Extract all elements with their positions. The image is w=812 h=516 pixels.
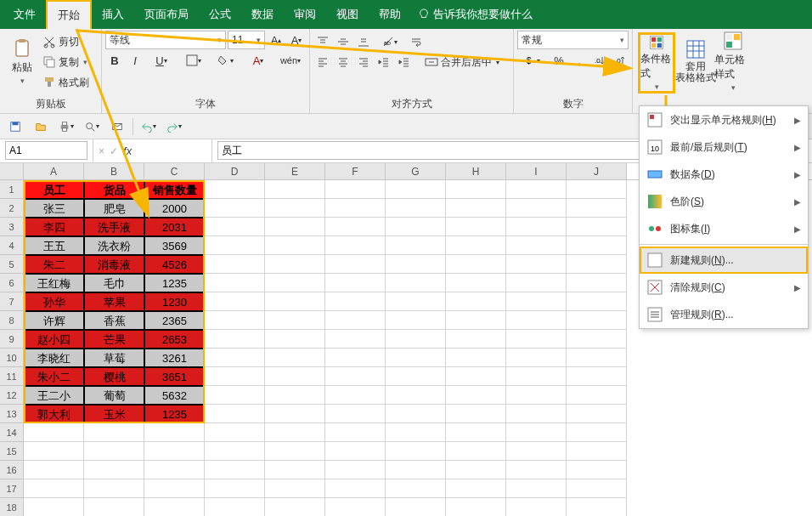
- cell-F16[interactable]: [325, 461, 386, 479]
- cell-F2[interactable]: [325, 199, 386, 218]
- row-header-3[interactable]: 3: [0, 218, 24, 236]
- cell-C16[interactable]: [144, 461, 205, 479]
- cell-H9[interactable]: [446, 330, 506, 349]
- cell-D11[interactable]: [205, 367, 265, 386]
- cell-D18[interactable]: [205, 498, 265, 516]
- cf-menu-item-4[interactable]: 图标集(I)▶: [640, 215, 808, 242]
- row-header-13[interactable]: 13: [0, 405, 24, 423]
- cell-G18[interactable]: [386, 498, 446, 516]
- cell-E13[interactable]: [265, 405, 325, 423]
- cell-H12[interactable]: [446, 386, 506, 405]
- cell-F5[interactable]: [325, 255, 386, 274]
- cell-H15[interactable]: [446, 442, 506, 461]
- row-header-9[interactable]: 9: [0, 330, 24, 349]
- row-header-8[interactable]: 8: [0, 311, 24, 330]
- cf-menu-item-5[interactable]: 新建规则(N)...: [640, 247, 808, 274]
- cell-C12[interactable]: 5632: [144, 386, 205, 405]
- paste-button[interactable]: 粘贴 ▾: [3, 31, 41, 92]
- qat-save-button[interactable]: [5, 116, 25, 137]
- indent-decrease-button[interactable]: [375, 53, 393, 71]
- cell-B18[interactable]: [84, 498, 144, 516]
- cell-E7[interactable]: [265, 292, 325, 311]
- cell-E2[interactable]: [265, 199, 325, 218]
- increase-font-button[interactable]: A▴: [267, 31, 285, 49]
- cell-A12[interactable]: 王二小: [24, 386, 84, 405]
- row-header-15[interactable]: 15: [0, 442, 24, 461]
- cell-G14[interactable]: [386, 423, 446, 442]
- row-header-17[interactable]: 17: [0, 479, 24, 498]
- cell-C17[interactable]: [144, 479, 205, 498]
- align-bottom-button[interactable]: [354, 32, 373, 51]
- cell-G7[interactable]: [386, 292, 446, 311]
- cell-D13[interactable]: [205, 405, 265, 423]
- cell-A3[interactable]: 李四: [24, 218, 84, 236]
- cell-I9[interactable]: [506, 330, 567, 349]
- cell-G11[interactable]: [386, 367, 446, 386]
- cell-G10[interactable]: [386, 349, 446, 367]
- cell-D3[interactable]: [205, 218, 265, 236]
- copy-button[interactable]: 复制▾: [41, 53, 91, 71]
- cell-A9[interactable]: 赵小四: [24, 330, 84, 349]
- col-header-A[interactable]: A: [24, 163, 84, 179]
- cell-B15[interactable]: [84, 442, 144, 461]
- cell-J10[interactable]: [567, 349, 627, 367]
- cell-F9[interactable]: [325, 330, 386, 349]
- merge-center-button[interactable]: 合并后居中▾: [415, 53, 509, 71]
- cell-C11[interactable]: 3651: [144, 367, 205, 386]
- cell-J12[interactable]: [567, 386, 627, 405]
- cell-H14[interactable]: [446, 423, 506, 442]
- cell-B8[interactable]: 香蕉: [84, 311, 144, 330]
- cell-C15[interactable]: [144, 442, 205, 461]
- cell-A14[interactable]: [24, 423, 84, 442]
- cell-C13[interactable]: 1235: [144, 405, 205, 423]
- cell-J16[interactable]: [567, 461, 627, 479]
- cell-G16[interactable]: [386, 461, 446, 479]
- qat-preview-button[interactable]: ▾: [82, 116, 102, 137]
- row-header-6[interactable]: 6: [0, 274, 24, 292]
- cf-menu-item-0[interactable]: 突出显示单元格规则(H)▶: [640, 106, 808, 133]
- cell-I17[interactable]: [506, 479, 567, 498]
- cell-E8[interactable]: [265, 311, 325, 330]
- cf-menu-item-3[interactable]: 色阶(S)▶: [640, 188, 808, 215]
- cell-E14[interactable]: [265, 423, 325, 442]
- cell-F11[interactable]: [325, 367, 386, 386]
- cell-H6[interactable]: [446, 274, 506, 292]
- cell-D1[interactable]: [205, 180, 265, 199]
- decrease-decimal-button[interactable]: .0: [611, 51, 629, 70]
- cell-J7[interactable]: [567, 292, 627, 311]
- cell-H7[interactable]: [446, 292, 506, 311]
- cell-H13[interactable]: [446, 405, 506, 423]
- cell-B4[interactable]: 洗衣粉: [84, 236, 144, 255]
- col-header-H[interactable]: H: [446, 163, 506, 179]
- decrease-font-button[interactable]: A▾: [287, 31, 306, 49]
- cell-E15[interactable]: [265, 442, 325, 461]
- bold-button[interactable]: B: [105, 51, 124, 70]
- cell-D16[interactable]: [205, 461, 265, 479]
- align-right-button[interactable]: [354, 53, 373, 71]
- cell-I16[interactable]: [506, 461, 567, 479]
- cell-H10[interactable]: [446, 349, 506, 367]
- cell-A6[interactable]: 王红梅: [24, 274, 84, 292]
- qat-open-button[interactable]: [31, 116, 51, 137]
- row-header-18[interactable]: 18: [0, 498, 24, 516]
- cell-E11[interactable]: [265, 367, 325, 386]
- cell-G4[interactable]: [386, 236, 446, 255]
- cell-A7[interactable]: 孙华: [24, 292, 84, 311]
- qat-print-button[interactable]: ▾: [56, 116, 76, 137]
- qat-mail-button[interactable]: [107, 116, 127, 137]
- cell-J4[interactable]: [567, 236, 627, 255]
- cell-J3[interactable]: [567, 218, 627, 236]
- indent-increase-button[interactable]: [395, 53, 414, 71]
- cell-E16[interactable]: [265, 461, 325, 479]
- row-header-14[interactable]: 14: [0, 423, 24, 442]
- cell-C4[interactable]: 3569: [144, 236, 205, 255]
- cell-B16[interactable]: [84, 461, 144, 479]
- cell-A5[interactable]: 朱二: [24, 255, 84, 274]
- cell-C14[interactable]: [144, 423, 205, 442]
- row-header-12[interactable]: 12: [0, 386, 24, 405]
- row-header-16[interactable]: 16: [0, 461, 24, 479]
- cell-G5[interactable]: [386, 255, 446, 274]
- cell-H17[interactable]: [446, 479, 506, 498]
- cf-menu-item-1[interactable]: 10最前/最后规则(T)▶: [640, 133, 808, 161]
- cell-J9[interactable]: [567, 330, 627, 349]
